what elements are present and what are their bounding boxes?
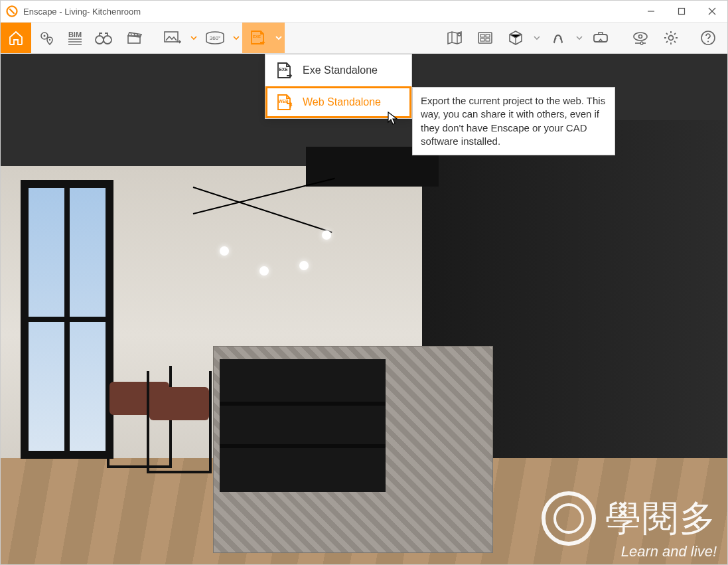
toolbar: BIM 360° EXE xyxy=(1,23,727,54)
window-controls xyxy=(636,1,727,22)
minimize-button[interactable] xyxy=(636,1,666,22)
titlebar: Enscape - Living- Kitchenroom xyxy=(1,1,727,23)
svg-rect-19 xyxy=(480,35,484,37)
app-logo-icon xyxy=(6,5,18,17)
map-button[interactable] xyxy=(439,23,470,53)
watermark: 學閱多 Learn and live! xyxy=(542,491,717,560)
cube-dropdown[interactable] xyxy=(531,23,543,53)
watermark-ring-icon xyxy=(542,491,596,546)
help-button[interactable] xyxy=(693,23,723,53)
binoculars-button[interactable] xyxy=(88,23,119,53)
close-button[interactable] xyxy=(697,1,727,22)
walk-mode-button[interactable] xyxy=(543,23,573,53)
svg-point-25 xyxy=(639,35,642,39)
export-exe-dropdown[interactable] xyxy=(273,23,285,53)
menu-item-exe-standalone[interactable]: EXE Exe Standalone xyxy=(265,54,411,86)
menu-item-label: Web Standalone xyxy=(303,96,381,108)
maximize-button[interactable] xyxy=(666,1,697,22)
svg-text:WEB: WEB xyxy=(278,99,288,104)
svg-rect-20 xyxy=(486,35,490,37)
cube-button[interactable] xyxy=(500,23,531,53)
svg-rect-23 xyxy=(594,35,607,42)
svg-text:EXE: EXE xyxy=(253,35,261,39)
svg-text:360°: 360° xyxy=(210,35,221,41)
walk-mode-dropdown[interactable] xyxy=(573,23,585,53)
svg-point-7 xyxy=(49,39,50,40)
export-dropdown-menu: EXE Exe Standalone WEB Web Standalone xyxy=(265,54,412,119)
location-pin-button[interactable] xyxy=(31,23,62,53)
clapperboard-button[interactable] xyxy=(119,23,149,53)
rendered-scene xyxy=(1,54,727,564)
menu-item-label: Exe Standalone xyxy=(303,64,378,76)
export-image-dropdown[interactable] xyxy=(188,23,200,53)
menu-item-web-standalone[interactable]: WEB Web Standalone xyxy=(265,86,411,118)
svg-rect-22 xyxy=(486,39,490,41)
svg-point-30 xyxy=(707,41,709,42)
svg-point-27 xyxy=(640,42,643,44)
panorama-360-button[interactable]: 360° xyxy=(200,23,230,53)
home-button[interactable] xyxy=(1,23,31,53)
svg-point-6 xyxy=(44,35,46,37)
tooltip: Export the current project to the web. T… xyxy=(412,87,615,155)
web-file-icon: WEB xyxy=(275,93,293,112)
window-title: Enscape - Living- Kitchenroom xyxy=(23,7,636,17)
svg-rect-2 xyxy=(679,9,685,15)
svg-point-17 xyxy=(458,33,461,36)
svg-point-11 xyxy=(96,36,104,44)
visual-settings-button[interactable] xyxy=(625,23,656,53)
bim-label: BIM xyxy=(68,31,82,39)
settings-button[interactable] xyxy=(656,23,686,53)
svg-point-12 xyxy=(104,36,111,44)
tooltip-text: Export the current project to the web. T… xyxy=(421,95,605,147)
svg-text:EXE: EXE xyxy=(279,67,288,72)
bim-button[interactable]: BIM xyxy=(62,23,88,53)
panorama-dropdown[interactable] xyxy=(230,23,242,53)
export-exe-button[interactable]: EXE xyxy=(242,23,273,53)
watermark-brand: 學閱多 xyxy=(605,495,717,543)
export-image-button[interactable] xyxy=(157,23,188,53)
svg-point-28 xyxy=(669,36,674,40)
app-window: Enscape - Living- Kitchenroom BIM xyxy=(0,0,728,565)
exe-file-icon: EXE xyxy=(275,61,293,80)
svg-rect-21 xyxy=(480,39,484,41)
vr-headset-button[interactable] xyxy=(585,23,616,53)
viewport[interactable]: EXE Exe Standalone WEB Web Standalone Ex… xyxy=(1,54,727,564)
svg-point-24 xyxy=(634,33,647,40)
asset-library-button[interactable] xyxy=(470,23,500,53)
